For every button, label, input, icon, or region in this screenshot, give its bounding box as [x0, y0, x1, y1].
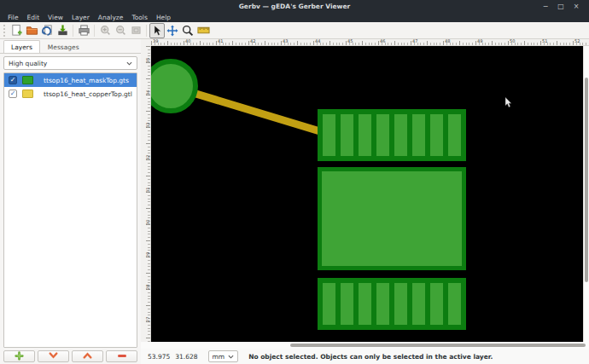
pad-block: [318, 109, 466, 161]
revert-button[interactable]: [39, 23, 55, 38]
move-layer-down-button[interactable]: [38, 350, 69, 362]
zoom-fit-icon: [131, 25, 142, 36]
pad-stripe: [412, 283, 425, 325]
left-ruler-label: 31: [146, 188, 150, 193]
layer-name: ttsop16_heat_copperTop.gtl: [44, 90, 132, 98]
toolbar-separator: [73, 25, 73, 37]
horizontal-scrollbar[interactable]: [141, 342, 589, 349]
toolbar-separator: [94, 25, 95, 37]
layer-color-swatch[interactable]: [22, 76, 33, 84]
left-ruler-label: 35: [146, 58, 150, 63]
left-ruler-label: 34: [146, 90, 150, 95]
layer-color-swatch[interactable]: [22, 90, 33, 98]
pan-tool-button[interactable]: [165, 23, 180, 38]
minimize-button[interactable]: −: [539, 0, 551, 13]
add-layer-button[interactable]: [3, 350, 35, 362]
top-ruler-label: 40: [185, 39, 190, 43]
layer-visible-checkbox[interactable]: ✓: [9, 90, 17, 98]
menu-view[interactable]: View: [44, 13, 67, 22]
top-ruler-label: 47: [412, 39, 417, 43]
pad-stripe: [359, 283, 371, 325]
horizontal-scrollbar-thumb[interactable]: [290, 344, 586, 347]
top-ruler-label: 45: [347, 39, 353, 43]
pad-stripe: [412, 114, 425, 156]
open-folder-icon: [26, 24, 38, 37]
vertical-scrollbar[interactable]: [583, 46, 589, 342]
pad-stripe: [323, 283, 335, 325]
left-ruler-label: 30: [146, 220, 150, 225]
top-ruler-label: 42: [250, 39, 255, 43]
menu-tools[interactable]: Tools: [127, 13, 151, 22]
layer-visible-checkbox[interactable]: ✓: [9, 76, 17, 84]
measure-tool-icon: [197, 24, 210, 37]
ruler-corner: [141, 39, 151, 46]
main-area: Layers Messages High quality ✓ ttsop16_h…: [0, 39, 589, 364]
vertical-scrollbar-thumb[interactable]: [585, 78, 588, 282]
pad-stripe: [448, 114, 461, 156]
top-ruler-label: 41: [218, 39, 223, 43]
layer-list: ✓ ttsop16_heat_maskTop.gts ✓ ttsop16_hea…: [3, 72, 137, 348]
maximize-button[interactable]: □: [555, 0, 567, 13]
left-ruler-label: 27: [146, 317, 150, 322]
units-dropdown[interactable]: mm: [208, 350, 239, 362]
render-quality-dropdown[interactable]: High quality: [3, 56, 137, 70]
move-layer-up-button[interactable]: [72, 350, 103, 362]
plus-icon: [15, 351, 24, 362]
gerbv-window: Gerbv — gEDA's Gerber Viewer − □ × File …: [0, 0, 589, 364]
menu-file[interactable]: File: [3, 13, 23, 22]
pad-stripe: [448, 283, 461, 325]
zoom-in-icon: [100, 25, 111, 36]
new-file-icon: [10, 24, 23, 37]
minus-icon: [117, 353, 127, 361]
tab-layers[interactable]: Layers: [3, 40, 40, 53]
layer-actions: [3, 350, 137, 362]
revert-icon: [41, 24, 54, 37]
save-icon: [56, 24, 69, 37]
pad-stripe: [394, 283, 407, 325]
layer-row-coppertop[interactable]: ✓ ttsop16_heat_copperTop.gtl: [4, 87, 137, 101]
title-bar: Gerbv — gEDA's Gerber Viewer − □ ×: [0, 0, 589, 13]
zoom-in-button-disabled[interactable]: [97, 23, 113, 38]
pad-fill: [322, 171, 462, 266]
new-file-button[interactable]: [9, 23, 24, 38]
status-message: No object selected. Objects can only be …: [248, 353, 493, 361]
top-ruler-label: 49: [477, 39, 482, 43]
window-controls: − □ ×: [539, 0, 589, 13]
measure-tool-button[interactable]: [195, 23, 211, 38]
left-ruler: 353433323130292827: [141, 46, 151, 342]
cursor-y-coordinate: 31.628: [175, 353, 197, 361]
open-project-button[interactable]: [24, 23, 39, 38]
zoom-out-button-disabled[interactable]: [113, 23, 128, 38]
pad-block: [318, 278, 466, 330]
close-button[interactable]: ×: [570, 0, 582, 13]
save-button[interactable]: [55, 23, 70, 38]
print-button[interactable]: [76, 23, 91, 38]
chevron-up-icon: [83, 352, 92, 361]
pad-stripe: [430, 114, 443, 156]
layers-panel: Layers Messages High quality ✓ ttsop16_h…: [0, 39, 141, 364]
zoom-out-icon: [115, 25, 126, 36]
toolbar-separator: [146, 25, 147, 37]
pointer-tool-button[interactable]: [149, 23, 165, 38]
chevron-down-icon: [49, 352, 58, 361]
menu-layer[interactable]: Layer: [67, 13, 94, 22]
pan-tool-icon: [166, 25, 178, 37]
pad-stripe: [376, 283, 389, 325]
menu-edit[interactable]: Edit: [23, 13, 44, 22]
viewer-area: 3940414243444546474849505152 35343332313…: [141, 39, 589, 364]
layer-row-masktop[interactable]: ✓ ttsop16_heat_maskTop.gts: [4, 73, 137, 87]
top-ruler-label: 39: [153, 39, 158, 43]
top-ruler-label: 46: [380, 39, 385, 43]
tab-messages[interactable]: Messages: [40, 40, 87, 53]
zoom-fit-button-disabled[interactable]: [128, 23, 143, 38]
zoom-tool-button[interactable]: [180, 23, 195, 38]
top-ruler-label: 51: [542, 39, 547, 43]
render-quality-value: High quality: [9, 60, 47, 67]
pcb-canvas[interactable]: [151, 46, 583, 342]
menu-help[interactable]: Help: [152, 13, 175, 22]
top-ruler-label: 43: [283, 39, 288, 43]
pad-stripe: [341, 283, 353, 325]
left-ruler-label: 33: [146, 123, 150, 128]
remove-layer-button[interactable]: [106, 350, 137, 362]
menu-analyze[interactable]: Analyze: [94, 13, 128, 22]
